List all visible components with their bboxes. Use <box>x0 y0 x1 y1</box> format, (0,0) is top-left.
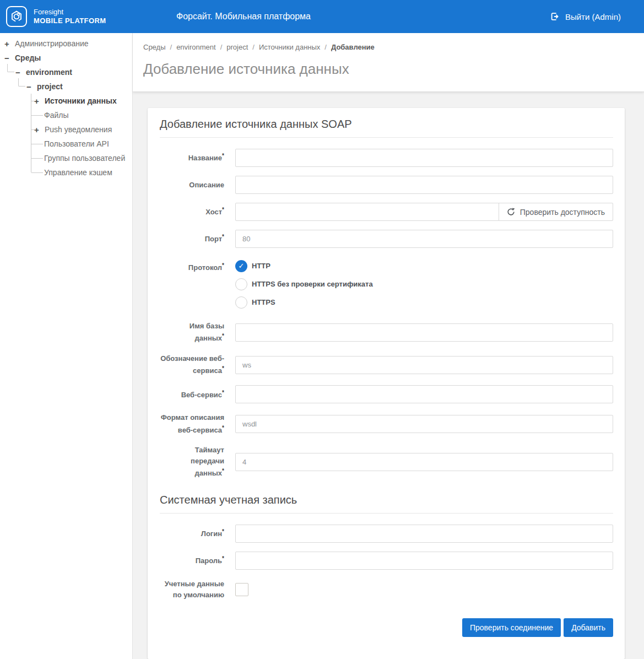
sign-out-icon <box>550 12 560 21</box>
breadcrumb-item-current: Добавление <box>331 43 375 51</box>
breadcrumb-separator: / <box>252 43 255 51</box>
tree-item-label: Источники данных <box>45 96 117 105</box>
required-marker: * <box>222 153 224 159</box>
form-row-protocol: Протокол* ✓ HTTP HTTPS без проверки серт… <box>160 257 613 311</box>
expand-toggle-icon[interactable]: + <box>34 125 42 134</box>
page-content: Добавление источника данных SOAP Названи… <box>133 92 644 659</box>
radio-unselected-icon[interactable] <box>235 296 247 309</box>
sidebar-item-user-groups[interactable]: Группы пользователей <box>0 151 132 165</box>
sidebar-item-environment[interactable]: − environment <box>0 65 132 79</box>
breadcrumb-item-data-sources[interactable]: Источники данных <box>259 43 320 51</box>
logo-text: Foresight MOBILE PLATFORM <box>34 8 106 26</box>
protocol-label: Протокол* <box>160 257 224 273</box>
check-connection-button[interactable]: Проверить соединение <box>462 618 561 637</box>
divider <box>160 137 613 138</box>
data-source-form-card: Добавление источника данных SOAP Названи… <box>148 108 625 659</box>
tree-item-label: Группы пользователей <box>44 154 125 163</box>
check-availability-label: Проверить доступность <box>520 208 605 217</box>
page-topbar: Среды / environment / project / Источник… <box>133 33 644 92</box>
logout-button[interactable]: Выйти (Admin) <box>546 0 624 33</box>
breadcrumb-separator: / <box>170 43 172 51</box>
breadcrumb-item-environment[interactable]: environment <box>176 43 216 51</box>
form-row-name: Название* <box>160 149 613 167</box>
timeout-input[interactable] <box>235 453 613 471</box>
section-title-soap: Добавление источника данных SOAP <box>160 118 613 131</box>
breadcrumb-item-project[interactable]: project <box>226 43 248 51</box>
sidebar-item-cache-management[interactable]: Управление кэшем <box>0 165 132 180</box>
tree-item-label: environment <box>26 68 72 77</box>
tree-item-label: project <box>37 82 63 91</box>
sidebar-item-administration[interactable]: + Администрирование <box>0 36 132 51</box>
required-marker: * <box>222 425 224 431</box>
required-marker: * <box>222 234 224 240</box>
app-title: Форсайт. Мобильная платформа <box>176 12 311 21</box>
db-name-label: Имя базы данных* <box>160 321 224 344</box>
app-header: Foresight MOBILE PLATFORM Форсайт. Мобил… <box>0 0 644 33</box>
expand-toggle-icon[interactable]: + <box>4 39 13 48</box>
form-row-timeout: Таймаут передачи данных* <box>160 445 613 479</box>
tree-item-label: Пользователи API <box>44 139 109 148</box>
default-credentials-checkbox[interactable] <box>235 583 248 596</box>
form-row-default-credentials: Учетные данные по умолчанию <box>160 579 613 601</box>
sidebar-item-data-sources[interactable]: + Источники данных <box>0 94 132 108</box>
port-input[interactable] <box>235 230 613 248</box>
protocol-option-https-no-cert[interactable]: HTTPS без проверки сертификата <box>235 275 613 293</box>
breadcrumb-separator: / <box>324 43 327 51</box>
breadcrumb-separator: / <box>220 43 223 51</box>
radio-unselected-icon[interactable] <box>235 278 247 290</box>
required-marker: * <box>222 528 224 534</box>
form-row-host: Хост* Проверить <box>160 203 613 221</box>
port-label: Порт* <box>160 233 224 245</box>
host-input[interactable] <box>235 203 499 221</box>
expand-toggle-icon[interactable]: + <box>34 96 42 106</box>
sidebar-item-files[interactable]: Файлы <box>0 108 132 122</box>
foresight-logo-icon <box>6 6 27 27</box>
form-row-ws-alias: Обозначение веб-сервиса* <box>160 353 613 377</box>
form-row-description: Описание <box>160 176 613 194</box>
check-availability-button[interactable]: Проверить доступность <box>499 203 613 221</box>
ws-format-input[interactable] <box>235 415 613 433</box>
required-marker: * <box>222 365 224 371</box>
tree-item-label: Среды <box>15 53 41 62</box>
form-row-db-name: Имя базы данных* <box>160 321 613 344</box>
sidebar-item-environments[interactable]: − Среды <box>0 51 132 65</box>
web-service-input[interactable] <box>235 385 613 403</box>
sidebar-tree: + Администрирование − Среды − environmen… <box>0 33 133 659</box>
password-input[interactable] <box>235 552 613 570</box>
required-marker: * <box>222 333 224 339</box>
protocol-option-http[interactable]: ✓ HTTP <box>235 257 613 275</box>
sidebar-item-api-users[interactable]: Пользователи API <box>0 137 132 151</box>
logo-line1: Foresight <box>34 8 106 17</box>
ws-alias-input[interactable] <box>235 356 613 374</box>
sidebar-item-project[interactable]: − project <box>0 79 132 94</box>
breadcrumb-item-environments[interactable]: Среды <box>143 43 166 51</box>
required-marker: * <box>222 555 224 561</box>
required-marker: * <box>222 262 224 268</box>
name-label: Название* <box>160 152 224 164</box>
description-input[interactable] <box>235 176 613 194</box>
db-name-input[interactable] <box>235 323 613 342</box>
ws-format-label: Формат описания веб-сервиса* <box>160 412 224 436</box>
login-input[interactable] <box>235 525 613 543</box>
collapse-toggle-icon[interactable]: − <box>15 68 24 77</box>
logo-line2: MOBILE PLATFORM <box>34 17 106 25</box>
collapse-toggle-icon[interactable]: − <box>4 53 13 63</box>
form-actions: Проверить соединение Добавить <box>160 618 613 637</box>
protocol-option-https[interactable]: HTTPS <box>235 293 613 311</box>
description-label: Описание <box>160 180 224 191</box>
add-button[interactable]: Добавить <box>564 618 613 637</box>
form-row-web-service: Веб-сервис* <box>160 385 613 403</box>
section-title-account: Системная учетная запись <box>160 494 613 506</box>
sidebar-item-push-notifications[interactable]: + Push уведомления <box>0 122 132 137</box>
collapse-toggle-icon[interactable]: − <box>26 82 35 91</box>
radio-selected-icon[interactable]: ✓ <box>235 260 247 272</box>
tree-item-label: Файлы <box>44 111 68 120</box>
ws-alias-label: Обозначение веб-сервиса* <box>160 353 224 377</box>
form-row-ws-format: Формат описания веб-сервиса* <box>160 412 613 436</box>
radio-option-label: HTTPS <box>252 298 275 306</box>
timeout-label: Таймаут передачи данных* <box>160 445 224 479</box>
tree-item-label: Администрирование <box>15 39 89 48</box>
name-input[interactable] <box>235 149 613 167</box>
divider <box>160 513 613 514</box>
required-marker: * <box>222 390 224 396</box>
